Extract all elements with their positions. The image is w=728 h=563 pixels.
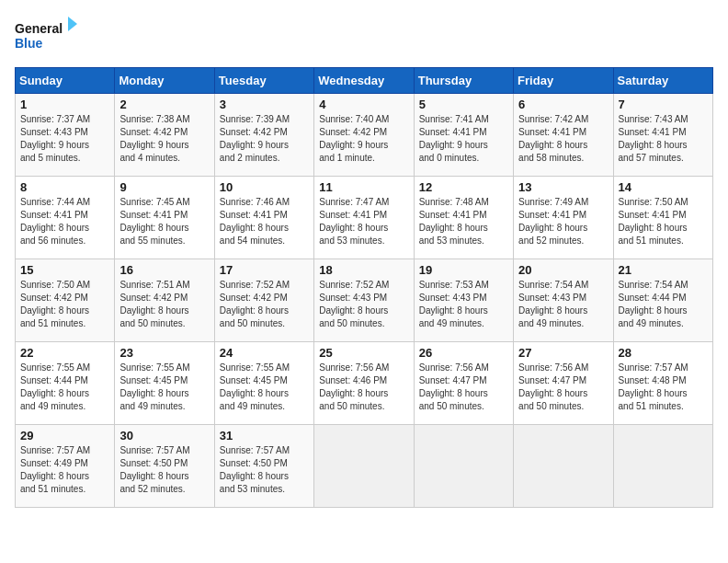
day-info: Sunrise: 7:39 AM Sunset: 4:42 PM Dayligh… (220, 113, 309, 165)
calendar-cell (613, 425, 712, 508)
calendar-header-row: SundayMondayTuesdayWednesdayThursdayFrid… (16, 68, 713, 94)
calendar-cell: 8Sunrise: 7:44 AM Sunset: 4:41 PM Daylig… (16, 177, 115, 259)
day-info: Sunrise: 7:55 AM Sunset: 4:44 PM Dayligh… (20, 362, 109, 413)
day-number: 9 (119, 180, 209, 194)
day-number: 15 (20, 263, 109, 277)
day-info: Sunrise: 7:56 AM Sunset: 4:46 PM Dayligh… (319, 362, 408, 413)
svg-marker-2 (68, 17, 77, 31)
day-info: Sunrise: 7:42 AM Sunset: 4:41 PM Dayligh… (518, 113, 608, 165)
calendar-cell: 15Sunrise: 7:50 AM Sunset: 4:42 PM Dayli… (16, 259, 115, 342)
day-number: 23 (119, 346, 209, 360)
calendar-cell: 3Sunrise: 7:39 AM Sunset: 4:42 PM Daylig… (214, 94, 313, 177)
calendar-cell: 19Sunrise: 7:53 AM Sunset: 4:43 PM Dayli… (414, 259, 513, 342)
day-info: Sunrise: 7:55 AM Sunset: 4:45 PM Dayligh… (119, 362, 209, 413)
day-info: Sunrise: 7:51 AM Sunset: 4:42 PM Dayligh… (119, 279, 209, 330)
day-info: Sunrise: 7:38 AM Sunset: 4:42 PM Dayligh… (119, 113, 209, 165)
calendar-cell: 16Sunrise: 7:51 AM Sunset: 4:42 PM Dayli… (115, 259, 214, 342)
day-info: Sunrise: 7:57 AM Sunset: 4:48 PM Dayligh… (619, 362, 708, 413)
calendar-cell: 30Sunrise: 7:57 AM Sunset: 4:50 PM Dayli… (115, 425, 214, 508)
day-number: 20 (518, 263, 608, 277)
day-info: Sunrise: 7:50 AM Sunset: 4:42 PM Dayligh… (20, 279, 109, 330)
calendar-week-row: 1Sunrise: 7:37 AM Sunset: 4:43 PM Daylig… (16, 94, 713, 177)
day-info: Sunrise: 7:57 AM Sunset: 4:50 PM Dayligh… (220, 444, 309, 496)
calendar-week-row: 29Sunrise: 7:57 AM Sunset: 4:49 PM Dayli… (16, 425, 713, 508)
weekday-header-saturday: Saturday (613, 68, 712, 94)
day-number: 27 (518, 346, 608, 360)
day-number: 2 (119, 98, 209, 111)
calendar-cell: 12Sunrise: 7:48 AM Sunset: 4:41 PM Dayli… (414, 177, 513, 259)
calendar-cell: 31Sunrise: 7:57 AM Sunset: 4:50 PM Dayli… (214, 425, 313, 508)
calendar-cell: 13Sunrise: 7:49 AM Sunset: 4:41 PM Dayli… (514, 177, 613, 259)
calendar-cell: 29Sunrise: 7:57 AM Sunset: 4:49 PM Dayli… (16, 425, 115, 508)
calendar-cell: 27Sunrise: 7:56 AM Sunset: 4:47 PM Dayli… (514, 342, 613, 425)
calendar-cell: 28Sunrise: 7:57 AM Sunset: 4:48 PM Dayli… (613, 342, 712, 425)
day-number: 1 (20, 98, 109, 111)
calendar-week-row: 22Sunrise: 7:55 AM Sunset: 4:44 PM Dayli… (16, 342, 713, 425)
day-info: Sunrise: 7:55 AM Sunset: 4:45 PM Dayligh… (220, 362, 309, 413)
calendar-cell: 9Sunrise: 7:45 AM Sunset: 4:41 PM Daylig… (115, 177, 214, 259)
day-info: Sunrise: 7:49 AM Sunset: 4:41 PM Dayligh… (518, 196, 608, 247)
weekday-header-friday: Friday (514, 68, 613, 94)
calendar-cell: 4Sunrise: 7:40 AM Sunset: 4:42 PM Daylig… (314, 94, 414, 177)
calendar-week-row: 8Sunrise: 7:44 AM Sunset: 4:41 PM Daylig… (16, 177, 713, 259)
day-info: Sunrise: 7:44 AM Sunset: 4:41 PM Dayligh… (20, 196, 109, 247)
day-number: 12 (419, 180, 508, 194)
day-info: Sunrise: 7:45 AM Sunset: 4:41 PM Dayligh… (119, 196, 209, 247)
calendar-cell: 10Sunrise: 7:46 AM Sunset: 4:41 PM Dayli… (214, 177, 313, 259)
svg-text:General: General (15, 21, 63, 36)
svg-text:Blue: Blue (15, 36, 43, 51)
day-number: 16 (119, 263, 209, 277)
day-info: Sunrise: 7:50 AM Sunset: 4:41 PM Dayligh… (619, 196, 708, 247)
calendar-cell (414, 425, 513, 508)
day-number: 19 (419, 263, 508, 277)
day-number: 30 (119, 429, 209, 442)
day-number: 11 (319, 180, 408, 194)
day-info: Sunrise: 7:54 AM Sunset: 4:44 PM Dayligh… (619, 279, 708, 330)
day-number: 25 (319, 346, 408, 360)
weekday-header-wednesday: Wednesday (314, 68, 414, 94)
calendar-cell (514, 425, 613, 508)
day-number: 26 (419, 346, 508, 360)
day-number: 28 (619, 346, 708, 360)
calendar-cell: 18Sunrise: 7:52 AM Sunset: 4:43 PM Dayli… (314, 259, 414, 342)
calendar-cell: 25Sunrise: 7:56 AM Sunset: 4:46 PM Dayli… (314, 342, 414, 425)
day-info: Sunrise: 7:48 AM Sunset: 4:41 PM Dayligh… (419, 196, 508, 247)
day-info: Sunrise: 7:57 AM Sunset: 4:50 PM Dayligh… (119, 444, 209, 496)
day-number: 18 (319, 263, 408, 277)
day-info: Sunrise: 7:52 AM Sunset: 4:42 PM Dayligh… (220, 279, 309, 330)
logo-svg: General Blue (15, 15, 79, 56)
day-number: 14 (619, 180, 708, 194)
day-info: Sunrise: 7:37 AM Sunset: 4:43 PM Dayligh… (20, 113, 109, 165)
calendar-table: SundayMondayTuesdayWednesdayThursdayFrid… (15, 67, 713, 508)
calendar-cell: 26Sunrise: 7:56 AM Sunset: 4:47 PM Dayli… (414, 342, 513, 425)
calendar-cell: 22Sunrise: 7:55 AM Sunset: 4:44 PM Dayli… (16, 342, 115, 425)
day-number: 5 (419, 98, 508, 111)
day-number: 31 (220, 429, 309, 442)
day-number: 21 (619, 263, 708, 277)
calendar-cell: 21Sunrise: 7:54 AM Sunset: 4:44 PM Dayli… (613, 259, 712, 342)
weekday-header-tuesday: Tuesday (214, 68, 313, 94)
day-number: 7 (619, 98, 708, 111)
calendar-cell: 2Sunrise: 7:38 AM Sunset: 4:42 PM Daylig… (115, 94, 214, 177)
day-info: Sunrise: 7:57 AM Sunset: 4:49 PM Dayligh… (20, 444, 109, 496)
logo: General Blue (15, 15, 79, 56)
calendar-cell: 11Sunrise: 7:47 AM Sunset: 4:41 PM Dayli… (314, 177, 414, 259)
calendar-cell: 23Sunrise: 7:55 AM Sunset: 4:45 PM Dayli… (115, 342, 214, 425)
day-info: Sunrise: 7:56 AM Sunset: 4:47 PM Dayligh… (419, 362, 508, 413)
calendar-cell: 14Sunrise: 7:50 AM Sunset: 4:41 PM Dayli… (613, 177, 712, 259)
weekday-header-monday: Monday (115, 68, 214, 94)
calendar-cell (314, 425, 414, 508)
calendar-cell: 6Sunrise: 7:42 AM Sunset: 4:41 PM Daylig… (514, 94, 613, 177)
day-number: 29 (20, 429, 109, 442)
calendar-cell: 17Sunrise: 7:52 AM Sunset: 4:42 PM Dayli… (214, 259, 313, 342)
calendar-cell: 20Sunrise: 7:54 AM Sunset: 4:43 PM Dayli… (514, 259, 613, 342)
page-header: General Blue (15, 15, 713, 56)
calendar-cell: 7Sunrise: 7:43 AM Sunset: 4:41 PM Daylig… (613, 94, 712, 177)
day-info: Sunrise: 7:46 AM Sunset: 4:41 PM Dayligh… (220, 196, 309, 247)
day-number: 3 (220, 98, 309, 111)
day-number: 24 (220, 346, 309, 360)
day-number: 13 (518, 180, 608, 194)
calendar-cell: 5Sunrise: 7:41 AM Sunset: 4:41 PM Daylig… (414, 94, 513, 177)
day-info: Sunrise: 7:40 AM Sunset: 4:42 PM Dayligh… (319, 113, 408, 165)
day-info: Sunrise: 7:53 AM Sunset: 4:43 PM Dayligh… (419, 279, 508, 330)
